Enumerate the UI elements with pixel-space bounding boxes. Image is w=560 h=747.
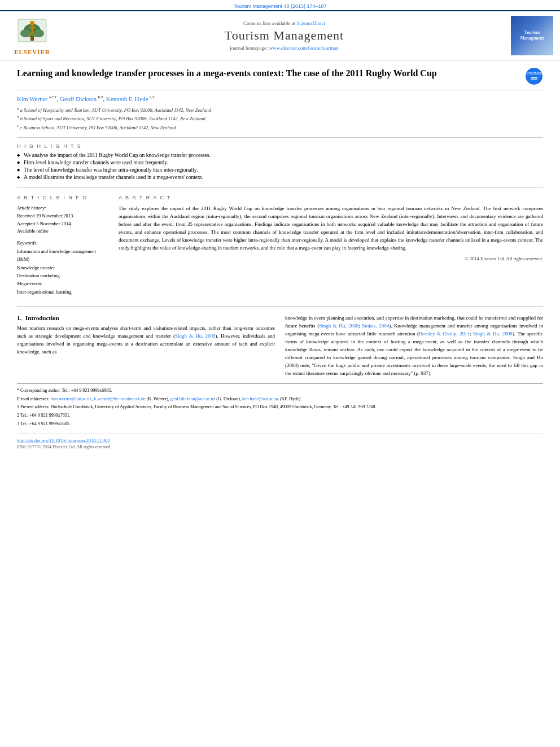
intro-right-text: knowledge in event planning and executio… <box>285 314 543 378</box>
journal-center: Contents lists available at ScienceDirec… <box>63 20 505 51</box>
abstract-col: A B S T R A C T The study explores the i… <box>119 195 543 300</box>
svg-point-5 <box>30 21 34 25</box>
elsevier-wordmark: ELSEVIER <box>14 49 50 55</box>
author-kenneth: Kenneth F. Hyde <box>106 95 148 102</box>
footnote-2: 2 Tel.: +64 9 921 9999x7851. <box>17 412 543 420</box>
article-content: Learning and knowledge transfer processe… <box>0 60 560 458</box>
author-kim: Kim Werner <box>17 95 47 102</box>
page-wrapper: Tourism Management 48 (2015) 174–187 <box>0 0 560 747</box>
authors-line: Kim Werner a,*,1, Geoff Dickson b,2, Ken… <box>17 95 543 102</box>
footnote-3: 3 Tel.: +64 9 921 9999x5605. <box>17 421 543 428</box>
article-info-label: A R T I C L E I N F O <box>17 195 107 200</box>
highlights-section: H I G H L I G H T S We analyse the impac… <box>17 143 543 188</box>
footnotes-area: * Corresponding author. Tel.: +64 9 921 … <box>17 383 543 428</box>
corresponding-note: * Corresponding author. Tel.: +64 9 921 … <box>17 387 543 395</box>
highlight-item-2: Firm-level knowledge transfer channels w… <box>17 160 543 165</box>
info-abstract-section: A R T I C L E I N F O Article history: R… <box>17 195 543 307</box>
journal-title: Tourism Management <box>63 28 505 43</box>
sciencedirect-link[interactable]: ScienceDirect <box>297 20 325 26</box>
crossmark-icon: CrossMark <box>525 67 543 85</box>
elsevier-logo: ELSEVIER <box>7 16 58 55</box>
abstract-copyright: © 2014 Elsevier Ltd. All rights reserved… <box>119 256 543 261</box>
journal-homepage: journal homepage: www.elsevier.com/locat… <box>63 45 505 51</box>
homepage-url[interactable]: www.elsevier.com/locate/tourman <box>269 45 339 51</box>
affiliation-a: a a School of Hospitality and Tourism, A… <box>17 106 543 114</box>
footnote-1: 1 Present address: Hochschule Osnabrück,… <box>17 404 543 411</box>
intro-title: 1. Introduction <box>17 314 275 321</box>
affiliation-b: b b School of Sport and Recreation, AUT … <box>17 114 543 123</box>
highlights-label: H I G H L I G H T S <box>17 143 543 149</box>
bottom-copyright: 0261-5177/© 2014 Elsevier Ltd. All right… <box>17 444 543 449</box>
intro-section: 1. Introduction Most tourism research on… <box>17 314 543 378</box>
thumbnail-image: Tourism Management <box>511 16 553 55</box>
keywords-label: Keywords: <box>17 240 107 246</box>
intro-right-col: knowledge in event planning and executio… <box>285 314 543 378</box>
svg-text:CrossMark: CrossMark <box>525 71 543 75</box>
article-info-col: A R T I C L E I N F O Article history: R… <box>17 195 107 300</box>
received-date: Received 19 November 2013 Accepted 5 Nov… <box>17 212 107 235</box>
thumbnail-label: Tourism Management <box>520 30 544 41</box>
abstract-label: A B S T R A C T <box>119 195 543 200</box>
article-history: Article history: Received 19 November 20… <box>17 205 107 235</box>
bottom-bar: http://dx.doi.org/10.1016/j.tourman.2014… <box>17 434 543 449</box>
intro-left-col: 1. Introduction Most tourism research on… <box>17 314 275 378</box>
keywords-section: Keywords: Information and knowledge mana… <box>17 240 107 296</box>
article-title-section: Learning and knowledge transfer processe… <box>17 67 543 90</box>
highlight-item-3: The level of knowledge transfer was high… <box>17 167 543 173</box>
highlights-list: We analyse the impact of the 2011 Rugby … <box>17 152 543 180</box>
journal-top-bar: Tourism Management 48 (2015) 174–187 <box>0 0 560 10</box>
highlight-item-4: A model illustrates the knowledge transf… <box>17 174 543 180</box>
contents-line: Contents lists available at ScienceDirec… <box>63 20 505 26</box>
author-geoff: Geoff Dickson <box>60 95 97 102</box>
svg-point-3 <box>20 29 30 37</box>
article-title: Learning and knowledge transfer processe… <box>17 67 519 80</box>
elsevier-tree-icon <box>15 16 49 47</box>
history-label: Article history: <box>17 205 107 211</box>
svg-point-10 <box>526 68 542 85</box>
journal-header: ELSEVIER Contents lists available at Sci… <box>0 10 560 60</box>
affiliations: a a School of Hospitality and Tourism, A… <box>17 106 543 138</box>
keywords-list: Information and knowledge management (IK… <box>17 247 107 296</box>
journal-ref: Tourism Management 48 (2015) 174–187 <box>233 3 326 9</box>
affiliation-c: c c Business School, AUT University, PO … <box>17 123 543 132</box>
email-note: E-mail addresses: kim.werner@aut.ac.nz, … <box>17 396 543 403</box>
journal-thumbnail: Tourism Management <box>511 16 553 55</box>
highlight-item-1: We analyse the impact of the 2011 Rugby … <box>17 152 543 158</box>
svg-point-4 <box>34 29 44 37</box>
doi-link[interactable]: http://dx.doi.org/10.1016/j.tourman.2014… <box>17 438 543 443</box>
abstract-text: The study explores the impact of the 201… <box>119 205 543 252</box>
intro-left-text: Most tourism research on mega-events ana… <box>17 325 275 356</box>
